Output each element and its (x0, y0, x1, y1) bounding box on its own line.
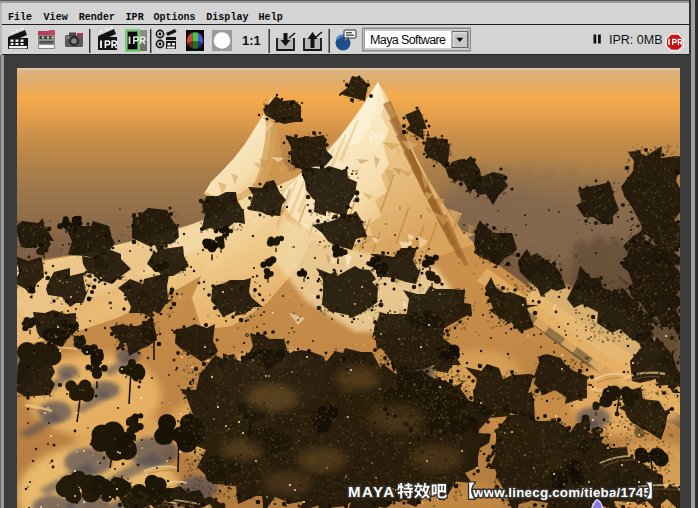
svg-text:MAYA: MAYA (348, 483, 394, 500)
svg-text:Help: Help (259, 12, 283, 23)
svg-text:Render: Render (79, 12, 115, 23)
svg-text:Options: Options (153, 12, 195, 23)
svg-text:Maya Software: Maya Software (370, 33, 446, 47)
svg-text:View: View (44, 12, 68, 23)
svg-text:1:1: 1:1 (242, 33, 261, 48)
svg-text:IPR: IPR (126, 12, 144, 23)
svg-text:www.linecg.com/tieba/1745: www.linecg.com/tieba/1745 (472, 485, 651, 500)
svg-text:File: File (8, 12, 32, 23)
svg-text:Display: Display (206, 12, 248, 23)
svg-text:IPR: 0MB: IPR: 0MB (609, 33, 663, 47)
